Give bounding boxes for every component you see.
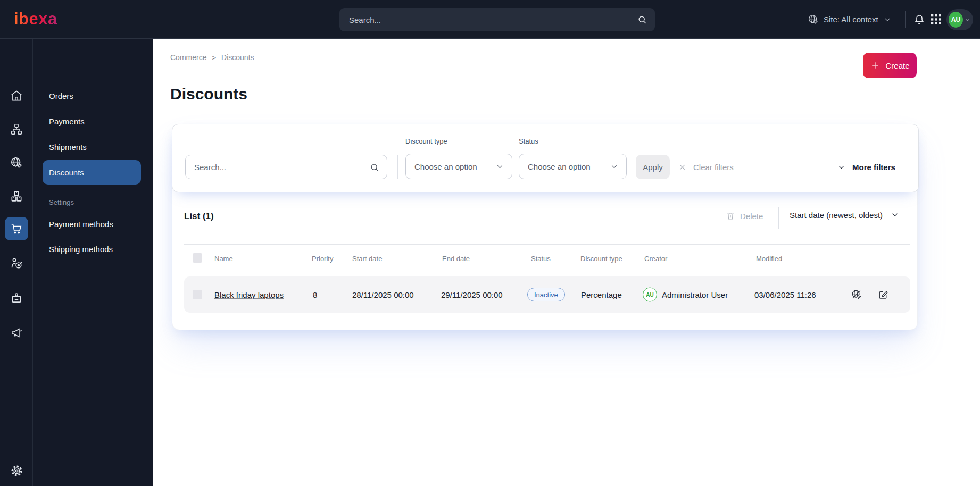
user-avatar: AU (949, 12, 963, 28)
app-grid-icon[interactable] (931, 0, 941, 39)
modified-value: 03/06/2025 11:26 (754, 290, 816, 299)
status-badge: Inactive (527, 288, 565, 301)
column-header-start-date: Start date (352, 255, 382, 263)
creator-avatar-wrap: AU (643, 288, 657, 302)
people-badge-icon[interactable] (5, 287, 28, 310)
filters-bar: Discount type Choose an option Status Ch… (172, 124, 919, 192)
delete-button-label: Delete (740, 212, 763, 221)
main-content: Commerce > Discounts Create Discounts (153, 39, 980, 486)
sidebar-item-label: Orders (49, 91, 73, 100)
discount-type-label: Discount type (405, 137, 447, 145)
end-date-value: 29/11/2025 00:00 (441, 290, 503, 299)
ibexa-logo[interactable]: ibexa (14, 10, 57, 29)
discount-name-link[interactable]: Black friday laptops (214, 290, 284, 299)
commerce-submenu: Orders Payments Shipments Discounts Sett… (33, 39, 153, 486)
column-header-end-date: End date (442, 255, 470, 263)
breadcrumb-separator: > (212, 54, 216, 62)
sidebar-divider (4, 453, 29, 453)
home-icon[interactable] (5, 84, 28, 107)
list-title: List (1) (184, 211, 214, 222)
sidebar-item-shipments[interactable]: Shipments (33, 134, 153, 160)
sidebar-item-label: Payments (49, 117, 85, 126)
search-icon (369, 162, 380, 173)
column-header-discount-type: Discount type (580, 255, 622, 263)
commerce-cart-icon[interactable] (5, 217, 28, 240)
breadcrumb-discounts[interactable]: Discounts (221, 53, 254, 62)
list-toolbar-divider (778, 207, 779, 229)
sidebar-item-payments[interactable]: Payments (33, 108, 153, 134)
creator-name: Administrator User (662, 290, 728, 299)
content-tree-icon[interactable] (5, 118, 28, 141)
select-all-checkbox[interactable] (193, 253, 202, 263)
start-date-value: 28/11/2025 00:00 (352, 290, 414, 299)
sidebar-item-payment-methods[interactable]: Payment methods (33, 211, 153, 237)
chevron-down-icon (495, 162, 504, 171)
site-context-disabled-icon[interactable] (851, 289, 862, 300)
status-badge-wrap: Inactive (527, 288, 565, 301)
discount-type-value: Choose an option (414, 162, 477, 171)
row-checkbox[interactable] (193, 290, 202, 299)
table-header-divider (184, 244, 910, 245)
sidebar-item-label: Payment methods (49, 220, 113, 229)
filter-search-input[interactable] (186, 155, 387, 179)
column-header-status: Status (531, 255, 551, 263)
clear-filters-label: Clear filters (693, 163, 734, 172)
priority-value: 8 (313, 290, 317, 299)
clear-filters-button[interactable]: Clear filters (678, 155, 734, 179)
breadcrumb-commerce[interactable]: Commerce (170, 53, 206, 62)
filter-search[interactable] (185, 155, 387, 179)
breadcrumb: Commerce > Discounts (170, 53, 254, 62)
user-menu[interactable]: AU (946, 9, 973, 30)
submenu-divider (33, 192, 153, 192)
filter-divider (397, 155, 398, 179)
sidebar-item-label: Shipping methods (49, 245, 113, 254)
sort-dropdown[interactable]: Start date (newest, oldest) (790, 210, 900, 220)
column-header-creator: Creator (644, 255, 667, 263)
page-title: Discounts (170, 85, 247, 103)
notifications-bell-icon[interactable] (913, 0, 926, 39)
products-boxes-icon[interactable] (5, 185, 28, 208)
chevron-down-icon (610, 162, 619, 171)
ibexa-admin-screen: ibexa Site: All context AU (0, 0, 980, 486)
edit-icon[interactable] (878, 289, 888, 300)
marketing-megaphone-icon[interactable] (5, 321, 28, 345)
apply-button[interactable]: Apply (636, 155, 670, 179)
delete-button[interactable]: Delete (726, 211, 763, 221)
chevron-down-icon (837, 163, 846, 172)
discount-type-select[interactable]: Choose an option (405, 154, 512, 179)
global-search-input[interactable] (339, 8, 655, 31)
status-select[interactable]: Choose an option (519, 154, 627, 179)
close-icon (678, 163, 687, 172)
more-filters-button[interactable]: More filters (837, 155, 895, 179)
site-globe-icon[interactable] (5, 151, 28, 174)
site-globe-icon (808, 14, 819, 25)
sidebar-item-orders[interactable]: Orders (33, 83, 153, 108)
column-header-modified: Modified (756, 255, 782, 263)
chevron-down-icon (964, 16, 971, 23)
site-context-selector[interactable]: Site: All context (808, 0, 892, 39)
creator-avatar: AU (643, 288, 657, 302)
settings-section-header: Settings (49, 198, 74, 206)
trash-icon (726, 211, 735, 221)
status-value: Choose an option (528, 162, 591, 171)
create-button-label: Create (885, 61, 909, 70)
customers-target-icon[interactable] (5, 252, 28, 275)
chevron-down-icon (890, 210, 900, 220)
global-search[interactable] (339, 8, 655, 31)
column-header-name: Name (214, 255, 233, 263)
more-filters-label: More filters (852, 163, 895, 172)
sort-dropdown-label: Start date (newest, oldest) (790, 211, 883, 220)
topbar-divider (905, 11, 906, 28)
create-button[interactable]: Create (863, 53, 917, 78)
sidebar-item-label: Discounts (49, 168, 84, 177)
sidebar-item-discounts[interactable]: Discounts (33, 160, 153, 185)
sidebar-item-label: Shipments (49, 143, 87, 152)
discount-type-value: Percentage (581, 290, 622, 299)
plus-icon (870, 60, 881, 71)
sidebar-item-shipping-methods[interactable]: Shipping methods (33, 236, 153, 262)
topbar: ibexa Site: All context AU (0, 0, 980, 39)
status-label: Status (519, 137, 538, 145)
table-row: Black friday laptops 8 28/11/2025 00:00 … (184, 276, 910, 313)
discounts-card: Discount type Choose an option Status Ch… (172, 124, 918, 330)
settings-gear-icon[interactable] (5, 459, 28, 482)
